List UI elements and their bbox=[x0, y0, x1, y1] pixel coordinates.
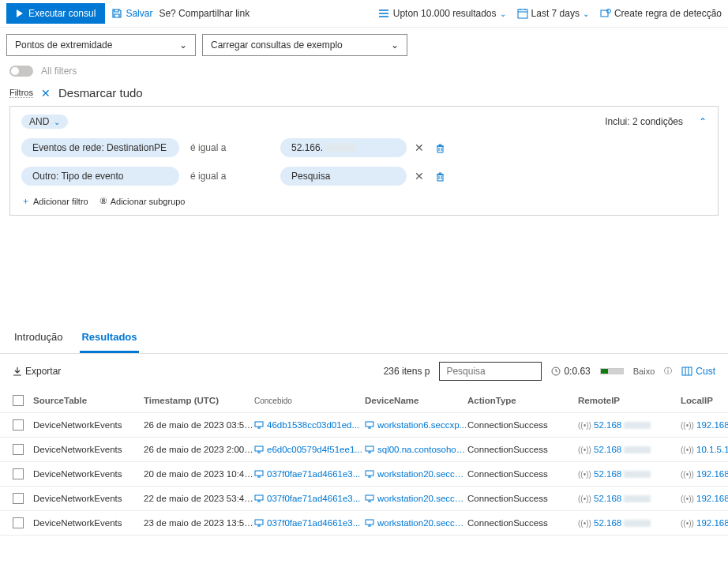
cell-actiontype: ConnectionSuccess bbox=[467, 420, 578, 430]
condition-field[interactable]: Eventos de rede: DestinationPE bbox=[21, 138, 179, 157]
col-source[interactable]: SourceTable bbox=[33, 396, 144, 405]
remoteip-link[interactable]: 52.168 bbox=[594, 420, 621, 430]
row-checkbox[interactable] bbox=[13, 419, 24, 430]
svg-rect-14 bbox=[255, 495, 263, 500]
chevron-down-icon: ⌄ bbox=[179, 39, 187, 51]
localip-link[interactable]: 192.168 bbox=[696, 494, 728, 503]
calendar-icon bbox=[517, 8, 528, 19]
table-row[interactable]: DeviceNetworkEvents23 de maio de 2023 13… bbox=[0, 511, 728, 536]
cell-localip: ((•)) 192.168 bbox=[681, 420, 728, 430]
cell-timestamp: 26 de maio de 2023 2:00:4 PM bbox=[144, 445, 254, 454]
share-link-button[interactable]: Se? Compartilhar link bbox=[159, 8, 250, 19]
svg-rect-12 bbox=[255, 471, 263, 476]
col-concebido[interactable]: Concebido bbox=[254, 397, 365, 405]
svg-point-2 bbox=[379, 16, 381, 17]
condition-field[interactable]: Outro: Tipo de evento bbox=[21, 167, 179, 186]
concebido-link[interactable]: 037f0fae71ad4661e3... bbox=[267, 518, 360, 528]
remoteip-link[interactable]: 52.168 bbox=[594, 469, 621, 479]
row-checkbox[interactable] bbox=[13, 517, 24, 528]
cell-localip: ((•)) 192.168 bbox=[681, 494, 728, 503]
col-remoteip[interactable]: RemoteIP bbox=[578, 396, 681, 405]
cell-concebido: 037f0fae71ad4661e3... bbox=[254, 469, 365, 479]
create-detection-rule-button[interactable]: Create regra de detecção bbox=[600, 8, 722, 19]
svg-rect-7 bbox=[682, 367, 692, 375]
time-range-dropdown[interactable]: Last 7 days ⌄ bbox=[517, 8, 589, 19]
results-limit-dropdown[interactable]: Upton 10.000 resultados ⌄ bbox=[379, 8, 506, 19]
all-filters-toggle[interactable] bbox=[9, 66, 33, 77]
results-search-input[interactable] bbox=[439, 362, 542, 381]
row-checkbox[interactable] bbox=[13, 493, 24, 504]
query-dropdowns: Pontos de extremidade ⌄ Carregar consult… bbox=[0, 28, 728, 62]
customize-columns-button[interactable]: Cust bbox=[681, 366, 715, 377]
delete-condition-icon[interactable] bbox=[435, 171, 445, 182]
localip-link[interactable]: 192.168 bbox=[696, 420, 728, 430]
concebido-link[interactable]: 46db1538cc03d01ed... bbox=[267, 420, 359, 430]
remoteip-link[interactable]: 52.168 bbox=[594, 518, 621, 528]
all-filters-row: All filters bbox=[0, 62, 728, 80]
export-button[interactable]: Exportar bbox=[13, 366, 61, 377]
remoteip-link[interactable]: 52.168 bbox=[594, 494, 621, 503]
results-table: SourceTable Timestamp (UTC) Concebido De… bbox=[0, 389, 728, 536]
load-sample-queries-dropdown[interactable]: Carregar consultas de exemplo ⌄ bbox=[202, 34, 407, 56]
info-icon[interactable]: ⓘ bbox=[664, 366, 672, 377]
includes-label: Inclui: 2 condições bbox=[605, 116, 683, 127]
clear-value-icon[interactable]: ✕ bbox=[415, 141, 424, 154]
table-row[interactable]: DeviceNetworkEvents20 de maio de 2023 10… bbox=[0, 462, 728, 487]
device-icon bbox=[254, 519, 264, 527]
devicename-link[interactable]: workstation20.seccxp... bbox=[377, 494, 467, 503]
svg-rect-15 bbox=[366, 495, 373, 500]
delete-condition-icon[interactable] bbox=[435, 143, 445, 153]
concebido-link[interactable]: e6d0c00579d4f51ee1... bbox=[267, 445, 362, 454]
svg-rect-8 bbox=[255, 422, 263, 427]
tab-results[interactable]: Resultados bbox=[80, 326, 138, 353]
devicename-link[interactable]: workstation20.seccxp... bbox=[377, 518, 467, 528]
devicename-link[interactable]: workstation6.seccxp... bbox=[377, 420, 467, 430]
devicename-link[interactable]: sql00.na.contosohote... bbox=[377, 445, 467, 454]
localip-link[interactable]: 192.168 bbox=[696, 469, 728, 479]
clear-value-icon[interactable]: ✕ bbox=[415, 170, 424, 182]
row-checkbox[interactable] bbox=[13, 444, 24, 455]
add-subgroup-button[interactable]: ⑧ Adicionar subgrupo bbox=[99, 195, 186, 207]
filters-link[interactable]: Filtros bbox=[9, 88, 33, 98]
chevron-down-icon: ⌄ bbox=[583, 9, 589, 18]
concebido-link[interactable]: 037f0fae71ad4661e3... bbox=[267, 494, 360, 503]
clear-all-button[interactable]: Desmarcar tudo bbox=[58, 86, 143, 100]
table-row[interactable]: DeviceNetworkEvents26 de maio de 2023 2:… bbox=[0, 438, 728, 462]
endpoints-dropdown[interactable]: Pontos de extremidade ⌄ bbox=[6, 34, 196, 56]
select-all-checkbox[interactable] bbox=[13, 395, 24, 406]
concebido-link[interactable]: 037f0fae71ad4661e3... bbox=[267, 469, 360, 479]
wifi-icon: ((•)) bbox=[681, 494, 694, 503]
cell-concebido: 037f0fae71ad4661e3... bbox=[254, 494, 365, 503]
run-query-button[interactable]: Executar consul bbox=[6, 3, 105, 24]
tab-introduction[interactable]: Introdução bbox=[13, 326, 64, 353]
row-checkbox[interactable] bbox=[13, 468, 24, 479]
plus-icon: ＋ bbox=[21, 195, 30, 207]
cell-remoteip: ((•)) 52.168 bbox=[578, 445, 681, 454]
localip-link[interactable]: 192.168 bbox=[696, 518, 728, 528]
remoteip-link[interactable]: 52.168 bbox=[594, 445, 621, 454]
condition-value[interactable]: 52.166. bbox=[280, 138, 407, 157]
condition-row: Outro: Tipo de evento é igual a Pesquisa… bbox=[21, 167, 707, 186]
col-timestamp[interactable]: Timestamp (UTC) bbox=[144, 396, 254, 405]
svg-rect-11 bbox=[366, 446, 373, 451]
col-actiontype[interactable]: ActionType bbox=[467, 396, 578, 405]
redacted-ip bbox=[624, 520, 651, 527]
device-icon bbox=[365, 421, 374, 429]
localip-link[interactable]: 10.1.5.1 bbox=[696, 445, 728, 454]
cell-localip: ((•)) 192.168 bbox=[681, 469, 728, 479]
collapse-icon[interactable]: ⌃ bbox=[699, 116, 707, 127]
save-button[interactable]: Salvar bbox=[111, 8, 152, 19]
cell-devicename: workstation20.seccxp... bbox=[365, 518, 467, 528]
device-icon bbox=[254, 494, 264, 502]
svg-rect-10 bbox=[255, 446, 263, 451]
operator-pill[interactable]: AND ⌄ bbox=[21, 115, 68, 129]
close-icon[interactable]: ✕ bbox=[41, 87, 51, 100]
col-devicename[interactable]: DeviceName bbox=[365, 396, 467, 405]
devicename-link[interactable]: workstation20.seccxp... bbox=[377, 469, 467, 479]
condition-value[interactable]: Pesquisa bbox=[280, 167, 407, 186]
table-row[interactable]: DeviceNetworkEvents26 de maio de 2023 03… bbox=[0, 413, 728, 438]
table-row[interactable]: DeviceNetworkEvents22 de maio de 2023 53… bbox=[0, 487, 728, 511]
add-filter-button[interactable]: ＋ Adicionar filtro bbox=[21, 195, 88, 207]
col-localip[interactable]: LocalIP bbox=[681, 396, 728, 405]
subgroup-icon: ⑧ bbox=[99, 196, 107, 206]
